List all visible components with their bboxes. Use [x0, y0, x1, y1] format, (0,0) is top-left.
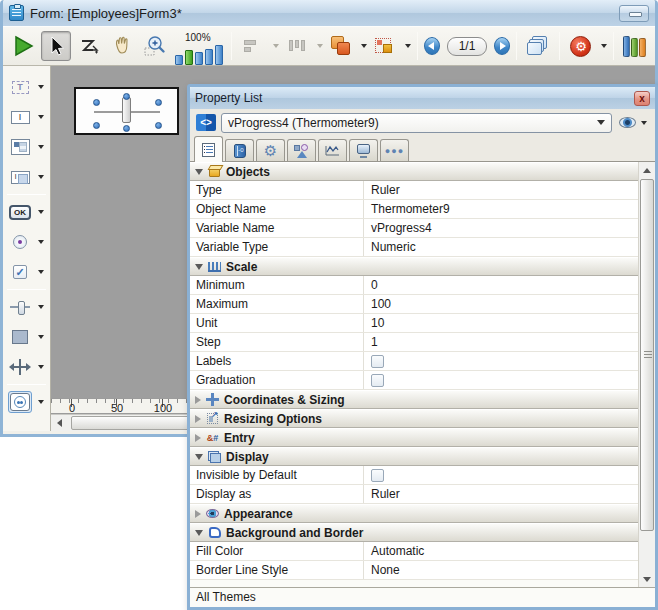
selection-handle[interactable]: [93, 122, 100, 129]
button-tool-dropdown-arrow[interactable]: [38, 210, 44, 214]
section-header-appearance[interactable]: Appearance: [190, 504, 638, 523]
zoom-bar-3[interactable]: [195, 52, 203, 65]
property-value[interactable]: 100: [371, 295, 391, 313]
property-value[interactable]: Ruler: [371, 181, 400, 199]
radio-tool-dropdown-arrow[interactable]: [38, 240, 44, 244]
library-button[interactable]: [620, 31, 650, 61]
listbox-tool-dropdown-arrow[interactable]: [38, 145, 44, 149]
section-header-display[interactable]: Display: [190, 447, 638, 466]
property-value-cell[interactable]: Thermometer9: [364, 200, 638, 218]
property-value[interactable]: Numeric: [371, 238, 416, 256]
button-tool[interactable]: OK: [3, 197, 50, 227]
zoom-bar-1[interactable]: [175, 55, 183, 65]
checkbox-unchecked[interactable]: [371, 355, 384, 368]
selection-handle[interactable]: [123, 125, 130, 132]
listbox-tool[interactable]: [3, 132, 50, 162]
tab-book[interactable]: [225, 139, 254, 161]
vertical-scroll-thumb[interactable]: [640, 179, 654, 531]
view-options-button[interactable]: [617, 117, 649, 128]
property-value-cell[interactable]: [364, 466, 638, 484]
slider-tool-dropdown-arrow[interactable]: [38, 305, 44, 309]
rectangle-tool-dropdown-arrow[interactable]: [38, 335, 44, 339]
selection-handle[interactable]: [93, 99, 100, 106]
property-value[interactable]: Automatic: [371, 542, 424, 560]
expand-triangle-icon[interactable]: [195, 415, 201, 423]
window-titlebar[interactable]: Form: [Employees]Form3*: [3, 0, 655, 26]
minimize-button[interactable]: [619, 5, 649, 22]
text-tool[interactable]: T: [3, 72, 50, 102]
collapse-triangle-icon[interactable]: [195, 169, 203, 175]
section-header-background-and-border[interactable]: Background and Border: [190, 523, 638, 542]
horizontal-scroll-thumb[interactable]: [71, 416, 189, 430]
zoom-tool-button[interactable]: [140, 31, 170, 61]
property-value[interactable]: vProgress4: [371, 219, 432, 237]
form-area[interactable]: [74, 87, 179, 135]
property-value-cell[interactable]: Numeric: [364, 238, 638, 256]
property-value-cell[interactable]: Automatic: [364, 542, 638, 560]
property-value[interactable]: 1: [371, 333, 378, 351]
checkbox-unchecked[interactable]: [371, 469, 384, 482]
combobox-tool[interactable]: I: [3, 162, 50, 192]
scroll-down-button[interactable]: [639, 571, 655, 587]
expand-triangle-icon[interactable]: [195, 510, 201, 518]
zoom-bars-icon[interactable]: [175, 43, 223, 65]
order-dropdown-arrow[interactable]: [361, 44, 367, 48]
expand-triangle-icon[interactable]: [195, 396, 201, 404]
splitter-tool-dropdown-arrow[interactable]: [38, 365, 44, 369]
property-value-cell[interactable]: vProgress4: [364, 219, 638, 237]
property-value-cell[interactable]: Ruler: [364, 181, 638, 199]
display-views-button[interactable]: [523, 31, 553, 61]
page-indicator[interactable]: 1/1: [447, 37, 487, 56]
tab-display[interactable]: [349, 139, 378, 161]
property-value-cell[interactable]: 100: [364, 295, 638, 313]
draw-shape-tool-button[interactable]: [74, 31, 104, 61]
collapse-triangle-icon[interactable]: [195, 264, 203, 270]
form-properties-dropdown-arrow[interactable]: [601, 44, 607, 48]
radio-tool[interactable]: [3, 227, 50, 257]
property-value-cell[interactable]: [364, 352, 638, 370]
zoom-bar-current[interactable]: [185, 50, 193, 65]
zoom-bar-5[interactable]: [215, 45, 223, 65]
property-value-cell[interactable]: Ruler: [364, 485, 638, 503]
combobox-tool-dropdown-arrow[interactable]: [38, 175, 44, 179]
property-value-cell[interactable]: 0: [364, 276, 638, 294]
rectangle-tool[interactable]: [3, 322, 50, 352]
group-dropdown-arrow[interactable]: [405, 44, 411, 48]
section-header-objects[interactable]: Objects: [190, 162, 638, 181]
checkbox-tool[interactable]: ✓: [3, 257, 50, 287]
checkbox-tool-dropdown-arrow[interactable]: [38, 270, 44, 274]
property-value-cell[interactable]: 1: [364, 333, 638, 351]
property-value-cell[interactable]: None: [364, 561, 638, 579]
section-header-resizing-options[interactable]: Resizing Options: [190, 409, 638, 428]
zoom-level-control[interactable]: 100%: [173, 27, 225, 65]
tab-property-list[interactable]: [194, 136, 223, 162]
tab-settings[interactable]: ⚙: [256, 139, 285, 161]
property-list-titlebar[interactable]: Property List x: [190, 87, 655, 109]
close-button[interactable]: x: [634, 91, 650, 106]
section-header-scale[interactable]: Scale: [190, 257, 638, 276]
property-value[interactable]: 0: [371, 276, 378, 294]
text-tool-dropdown-arrow[interactable]: [38, 85, 44, 89]
input-tool[interactable]: I: [3, 102, 50, 132]
section-header-coordinates-sizing[interactable]: Coordinates & Sizing: [190, 390, 638, 409]
execute-form-button[interactable]: [8, 31, 38, 61]
checkbox-unchecked[interactable]: [371, 374, 384, 387]
pointer-tool-button[interactable]: [41, 31, 71, 61]
vertical-scrollbar[interactable]: [638, 162, 655, 587]
ruler-object-thumb[interactable]: [122, 97, 131, 123]
plugin-tool-dropdown-arrow[interactable]: [38, 400, 44, 404]
group-button[interactable]: [370, 31, 400, 61]
pan-hand-tool-button[interactable]: [107, 31, 137, 61]
previous-page-button[interactable]: [424, 37, 440, 55]
expand-triangle-icon[interactable]: [195, 434, 201, 442]
selection-handle[interactable]: [155, 122, 162, 129]
object-order-button[interactable]: [326, 31, 356, 61]
input-tool-dropdown-arrow[interactable]: [38, 115, 44, 119]
themes-footer[interactable]: All Themes: [190, 587, 655, 607]
form-properties-button[interactable]: ⚙: [566, 31, 596, 61]
tab-more[interactable]: ●●●: [380, 139, 409, 161]
slider-tool[interactable]: [3, 292, 50, 322]
property-value[interactable]: 10: [371, 314, 384, 332]
collapse-triangle-icon[interactable]: [195, 454, 203, 460]
zoom-bar-4[interactable]: [205, 49, 213, 65]
